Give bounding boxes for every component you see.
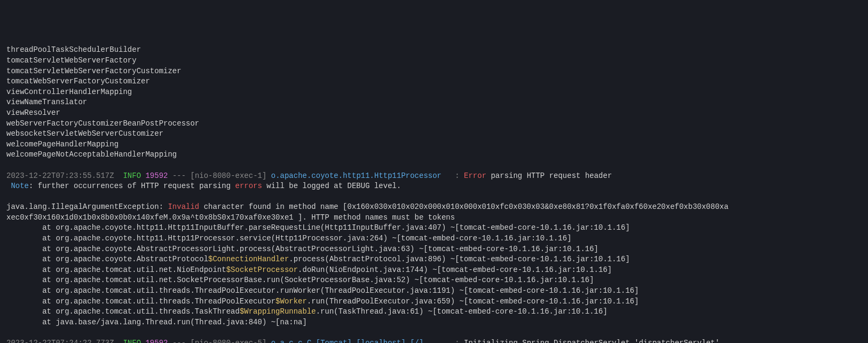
- stack-frame-text: at org.apache.coyote.http11.Http11InputB…: [6, 223, 630, 232]
- stack-frame-text: at org.apache.coyote.AbstractProtocol: [6, 255, 208, 263]
- colon: :: [441, 172, 460, 180]
- exception-class: java.lang.IllegalArgumentException:: [6, 202, 168, 211]
- stack-frame: at org.apache.tomcat.util.net.SocketProc…: [6, 275, 862, 286]
- bean-name: tomcatWebServerFactoryCustomizer: [6, 77, 150, 85]
- bean-list-item: tomcatWebServerFactoryCustomizer: [6, 76, 862, 87]
- thread-name: [nio-8080-exec-1]: [191, 172, 267, 180]
- stack-frame-text: at org.apache.coyote.AbstractProcessorLi…: [6, 245, 598, 253]
- stack-frame: at org.apache.tomcat.util.threads.TaskTh…: [6, 307, 862, 317]
- note-text: will be logged at DEBUG level.: [262, 182, 401, 190]
- inner-class: $WrappingRunnable: [240, 307, 316, 316]
- invalid-word: Invalid: [168, 202, 199, 211]
- bean-list-item: viewControllerHandlerMapping: [6, 87, 862, 98]
- bean-list-item: welcomePageHandlerMapping: [6, 139, 862, 150]
- stack-frame-text: at org.apache.tomcat.util.net.NioEndpoin…: [6, 266, 226, 274]
- stack-frame-text: at org.apache.tomcat.util.net.SocketProc…: [6, 276, 594, 284]
- bean-name: viewResolver: [6, 108, 60, 117]
- stack-frame: at org.apache.tomcat.util.threads.Thread…: [6, 286, 862, 297]
- exception-msg: character found in method name [0x160x03…: [199, 202, 728, 211]
- inner-class: $ConnectionHandler: [208, 255, 289, 263]
- bean-name: viewNameTranslator: [6, 98, 87, 106]
- bean-name: webServerFactoryCustomizerBeanPostProces…: [6, 119, 199, 128]
- stack-frame: at org.apache.tomcat.util.threads.Thread…: [6, 297, 862, 307]
- stack-frame-text: .run(TaskThread.java:61) ~[tomcat-embed-…: [316, 307, 607, 316]
- bean-list-item: webServerFactoryCustomizerBeanPostProces…: [6, 119, 862, 129]
- stack-frame-text: .process(AbstractProtocol.java:896) ~[to…: [289, 255, 630, 263]
- bean-list-item: tomcatServletWebServerFactoryCustomizer: [6, 66, 862, 77]
- stack-frame-text: at org.apache.tomcat.util.threads.Thread…: [6, 286, 639, 295]
- blank-line: [6, 328, 862, 338]
- dash: ---: [172, 172, 186, 180]
- dash: ---: [172, 339, 186, 343]
- inner-class: $Worker: [275, 297, 307, 306]
- stack-frame-text: at org.apache.tomcat.util.threads.TaskTh…: [6, 307, 240, 316]
- bean-list-item: tomcatServletWebServerFactory: [6, 56, 862, 66]
- stack-frame: at java.base/java.lang.Thread.run(Thread…: [6, 317, 862, 328]
- terminal-output[interactable]: threadPoolTaskSchedulerBuildertomcatServ…: [6, 45, 862, 343]
- bean-name: tomcatServletWebServerFactory: [6, 56, 137, 65]
- exception-msg-cont: xec0xf30x160x1d0x1b0x8b0x0b0x140xfeM.0x9…: [6, 213, 455, 222]
- error-word: Error: [460, 172, 486, 180]
- bean-list-item: welcomePageNotAcceptableHandlerMapping: [6, 150, 862, 160]
- errors-word: errors: [235, 182, 262, 190]
- log-level: INFO: [123, 339, 141, 343]
- stack-frame-text: at java.base/java.lang.Thread.run(Thread…: [6, 318, 307, 326]
- log-line: 2023-12-22T07:24:22.773Z INFO 19592 --- …: [6, 338, 862, 343]
- logger-name: o.apache.coyote.http11.Http11Processor: [271, 172, 441, 180]
- bean-name: viewControllerHandlerMapping: [6, 88, 132, 96]
- bean-name: threadPoolTaskSchedulerBuilder: [6, 45, 141, 54]
- pid: 19592: [145, 172, 168, 180]
- exception-line: java.lang.IllegalArgumentException: Inva…: [6, 202, 862, 213]
- timestamp: 2023-12-22T07:24:22.773Z: [6, 339, 114, 343]
- logger-name: o.a.c.c.C.[Tomcat].[localhost].[/]: [271, 339, 424, 343]
- bean-name: websocketServletWebServerCustomizer: [6, 129, 163, 138]
- log-message: parsing HTTP request header: [486, 172, 612, 180]
- bean-name: welcomePageNotAcceptableHandlerMapping: [6, 150, 177, 159]
- stack-frame-text: .run(ThreadPoolExecutor.java:659) ~[tomc…: [307, 297, 639, 306]
- log-level: INFO: [123, 172, 141, 180]
- inner-class: $SocketProcessor: [226, 266, 298, 274]
- blank-line: [6, 160, 862, 171]
- stack-frame: at org.apache.tomcat.util.net.NioEndpoin…: [6, 265, 862, 276]
- blank-line: [6, 192, 862, 202]
- log-message: Initializing Spring DispatcherServlet 'd…: [464, 339, 720, 343]
- stack-frame: at org.apache.coyote.AbstractProtocol$Co…: [6, 254, 862, 265]
- note-line: Note: further occurrences of HTTP reques…: [6, 181, 862, 192]
- bean-list-item: threadPoolTaskSchedulerBuilder: [6, 45, 862, 56]
- stack-frame-text: at org.apache.tomcat.util.threads.Thread…: [6, 297, 275, 306]
- bean-list-item: websocketServletWebServerCustomizer: [6, 129, 862, 139]
- bean-name: welcomePageHandlerMapping: [6, 140, 119, 149]
- pid: 19592: [145, 339, 168, 343]
- thread-name: [nio-8080-exec-5]: [191, 339, 267, 343]
- exception-line: xec0xf30x160x1d0x1b0x8b0x0b0x140xfeM.0x9…: [6, 213, 862, 223]
- note-text: : further occurrences of HTTP request pa…: [29, 182, 235, 190]
- colon: :: [423, 339, 464, 343]
- log-line: 2023-12-22T07:23:55.517Z INFO 19592 --- …: [6, 171, 862, 182]
- stack-frame: at org.apache.coyote.http11.Http11Proces…: [6, 233, 862, 244]
- stack-frame-text: .doRun(NioEndpoint.java:1744) ~[tomcat-e…: [298, 266, 612, 274]
- stack-frame: at org.apache.coyote.AbstractProcessorLi…: [6, 244, 862, 255]
- bean-list-item: viewResolver: [6, 108, 862, 119]
- stack-frame-text: at org.apache.coyote.http11.Http11Proces…: [6, 234, 572, 243]
- stack-frame: at org.apache.coyote.http11.Http11InputB…: [6, 223, 862, 233]
- note-label: Note: [6, 182, 29, 190]
- bean-name: tomcatServletWebServerFactoryCustomizer: [6, 67, 182, 75]
- bean-list-item: viewNameTranslator: [6, 97, 862, 108]
- timestamp: 2023-12-22T07:23:55.517Z: [6, 172, 114, 180]
